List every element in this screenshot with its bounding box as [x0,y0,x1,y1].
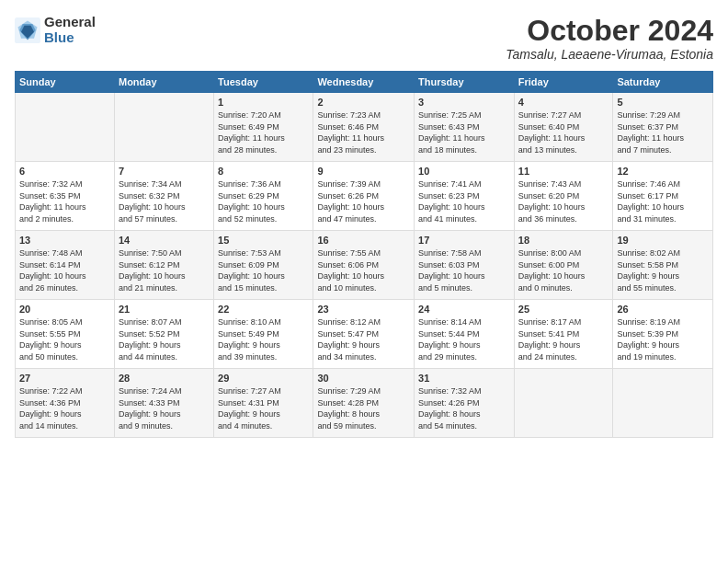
day-cell: 31Sunrise: 7:32 AM Sunset: 4:26 PM Dayli… [415,369,515,438]
day-cell: 29Sunrise: 7:27 AM Sunset: 4:31 PM Dayli… [214,369,313,438]
day-cell: 4Sunrise: 7:27 AM Sunset: 6:40 PM Daylig… [514,93,613,162]
day-cell: 7Sunrise: 7:34 AM Sunset: 6:32 PM Daylig… [114,162,213,231]
day-cell: 14Sunrise: 7:50 AM Sunset: 6:12 PM Dayli… [114,231,213,300]
weekday-header-saturday: Saturday [613,72,713,93]
week-row-1: 1Sunrise: 7:20 AM Sunset: 6:49 PM Daylig… [16,93,713,162]
day-number: 6 [19,166,110,177]
day-number: 11 [518,166,609,177]
day-number: 24 [418,304,510,315]
day-cell: 18Sunrise: 8:00 AM Sunset: 6:00 PM Dayli… [514,231,613,300]
day-cell: 1Sunrise: 7:20 AM Sunset: 6:49 PM Daylig… [214,93,313,162]
calendar-table: SundayMondayTuesdayWednesdayThursdayFrid… [15,71,713,438]
day-cell: 22Sunrise: 8:10 AM Sunset: 5:49 PM Dayli… [214,300,313,369]
day-info: Sunrise: 7:29 AM Sunset: 4:28 PM Dayligh… [317,385,410,431]
day-info: Sunrise: 7:24 AM Sunset: 4:33 PM Dayligh… [119,385,210,431]
day-info: Sunrise: 7:23 AM Sunset: 6:46 PM Dayligh… [317,109,410,155]
day-info: Sunrise: 8:14 AM Sunset: 5:44 PM Dayligh… [418,316,510,362]
logo: General Blue [15,15,96,45]
day-cell: 30Sunrise: 7:29 AM Sunset: 4:28 PM Dayli… [313,369,415,438]
day-info: Sunrise: 7:36 AM Sunset: 6:29 PM Dayligh… [218,178,309,224]
header: General Blue October 2024 Tamsalu, Laeae… [15,15,713,62]
day-info: Sunrise: 7:20 AM Sunset: 6:49 PM Dayligh… [218,109,309,155]
day-number: 2 [317,97,410,108]
day-number: 14 [119,235,210,246]
day-number: 28 [119,373,210,384]
day-info: Sunrise: 7:50 AM Sunset: 6:12 PM Dayligh… [119,247,210,293]
day-info: Sunrise: 7:29 AM Sunset: 6:37 PM Dayligh… [617,109,709,155]
day-info: Sunrise: 7:43 AM Sunset: 6:20 PM Dayligh… [518,178,609,224]
month-title: October 2024 [506,15,713,47]
day-number: 20 [19,304,110,315]
day-cell: 25Sunrise: 8:17 AM Sunset: 5:41 PM Dayli… [514,300,613,369]
day-info: Sunrise: 7:55 AM Sunset: 6:06 PM Dayligh… [317,247,410,293]
day-number: 16 [317,235,410,246]
day-cell: 10Sunrise: 7:41 AM Sunset: 6:23 PM Dayli… [415,162,515,231]
logo-blue-text: Blue [44,30,96,46]
day-cell [613,369,713,438]
day-cell: 2Sunrise: 7:23 AM Sunset: 6:46 PM Daylig… [313,93,415,162]
week-row-2: 6Sunrise: 7:32 AM Sunset: 6:35 PM Daylig… [16,162,713,231]
day-cell: 13Sunrise: 7:48 AM Sunset: 6:14 PM Dayli… [16,231,115,300]
day-cell: 28Sunrise: 7:24 AM Sunset: 4:33 PM Dayli… [114,369,213,438]
day-number: 30 [317,373,410,384]
day-number: 5 [617,97,709,108]
day-cell: 20Sunrise: 8:05 AM Sunset: 5:55 PM Dayli… [16,300,115,369]
day-number: 10 [418,166,510,177]
day-number: 3 [418,97,510,108]
day-number: 4 [518,97,609,108]
day-cell: 8Sunrise: 7:36 AM Sunset: 6:29 PM Daylig… [214,162,313,231]
day-number: 8 [218,166,309,177]
day-number: 31 [418,373,510,384]
day-number: 29 [218,373,309,384]
page: General Blue October 2024 Tamsalu, Laeae… [0,0,728,447]
day-number: 13 [19,235,110,246]
weekday-header-friday: Friday [514,72,613,93]
day-cell [114,93,213,162]
day-cell: 17Sunrise: 7:58 AM Sunset: 6:03 PM Dayli… [415,231,515,300]
day-info: Sunrise: 7:25 AM Sunset: 6:43 PM Dayligh… [418,109,510,155]
header-row: SundayMondayTuesdayWednesdayThursdayFrid… [16,72,713,93]
day-cell: 27Sunrise: 7:22 AM Sunset: 4:36 PM Dayli… [16,369,115,438]
day-info: Sunrise: 7:41 AM Sunset: 6:23 PM Dayligh… [418,178,510,224]
day-info: Sunrise: 8:19 AM Sunset: 5:39 PM Dayligh… [617,316,709,362]
day-number: 26 [617,304,709,315]
day-number: 27 [19,373,110,384]
day-info: Sunrise: 7:22 AM Sunset: 4:36 PM Dayligh… [19,385,110,431]
day-info: Sunrise: 8:00 AM Sunset: 6:00 PM Dayligh… [518,247,609,293]
day-number: 18 [518,235,609,246]
day-number: 1 [218,97,309,108]
title-block: October 2024 Tamsalu, Laeaene-Virumaa, E… [506,15,713,62]
day-cell: 12Sunrise: 7:46 AM Sunset: 6:17 PM Dayli… [613,162,713,231]
day-info: Sunrise: 8:10 AM Sunset: 5:49 PM Dayligh… [218,316,309,362]
logo-icon [15,17,40,43]
day-cell: 15Sunrise: 7:53 AM Sunset: 6:09 PM Dayli… [214,231,313,300]
weekday-header-sunday: Sunday [16,72,115,93]
day-info: Sunrise: 7:32 AM Sunset: 6:35 PM Dayligh… [19,178,110,224]
day-number: 9 [317,166,410,177]
location: Tamsalu, Laeaene-Virumaa, Estonia [506,47,713,62]
day-number: 23 [317,304,410,315]
day-cell: 24Sunrise: 8:14 AM Sunset: 5:44 PM Dayli… [415,300,515,369]
day-cell: 3Sunrise: 7:25 AM Sunset: 6:43 PM Daylig… [415,93,515,162]
day-info: Sunrise: 7:34 AM Sunset: 6:32 PM Dayligh… [119,178,210,224]
day-number: 22 [218,304,309,315]
logo-text: General Blue [44,15,96,45]
weekday-header-monday: Monday [114,72,213,93]
week-row-5: 27Sunrise: 7:22 AM Sunset: 4:36 PM Dayli… [16,369,713,438]
day-cell: 21Sunrise: 8:07 AM Sunset: 5:52 PM Dayli… [114,300,213,369]
day-number: 21 [119,304,210,315]
week-row-4: 20Sunrise: 8:05 AM Sunset: 5:55 PM Dayli… [16,300,713,369]
weekday-header-wednesday: Wednesday [313,72,415,93]
day-info: Sunrise: 7:46 AM Sunset: 6:17 PM Dayligh… [617,178,709,224]
day-info: Sunrise: 7:39 AM Sunset: 6:26 PM Dayligh… [317,178,410,224]
day-cell: 9Sunrise: 7:39 AM Sunset: 6:26 PM Daylig… [313,162,415,231]
day-cell: 11Sunrise: 7:43 AM Sunset: 6:20 PM Dayli… [514,162,613,231]
day-cell: 6Sunrise: 7:32 AM Sunset: 6:35 PM Daylig… [16,162,115,231]
day-info: Sunrise: 7:53 AM Sunset: 6:09 PM Dayligh… [218,247,309,293]
day-info: Sunrise: 8:05 AM Sunset: 5:55 PM Dayligh… [19,316,110,362]
day-info: Sunrise: 7:48 AM Sunset: 6:14 PM Dayligh… [19,247,110,293]
day-number: 7 [119,166,210,177]
day-info: Sunrise: 8:12 AM Sunset: 5:47 PM Dayligh… [317,316,410,362]
day-info: Sunrise: 7:27 AM Sunset: 4:31 PM Dayligh… [218,385,309,431]
day-cell: 19Sunrise: 8:02 AM Sunset: 5:58 PM Dayli… [613,231,713,300]
